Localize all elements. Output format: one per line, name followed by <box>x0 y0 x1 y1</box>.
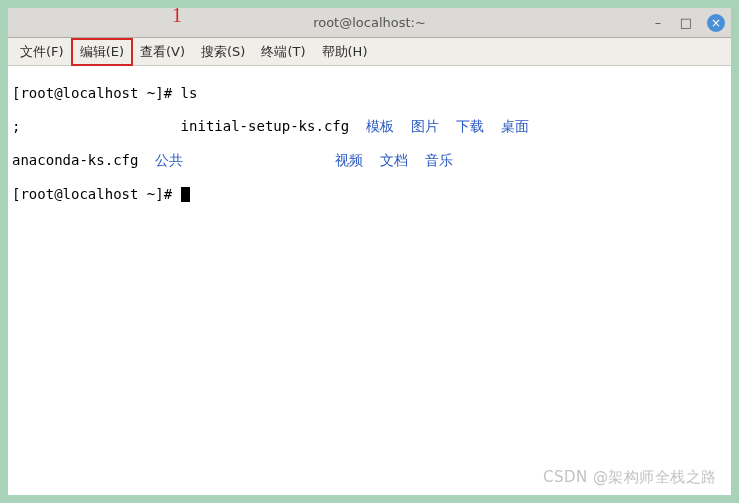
window-title: root@localhost:~ <box>313 15 426 30</box>
window-controls: – □ × <box>651 14 725 32</box>
terminal-output[interactable]: [root@localhost ~]# ls ; initial-setup-k… <box>8 66 731 221</box>
ls-dir: 文档 <box>380 152 408 168</box>
ls-dir: 视频 <box>335 152 363 168</box>
ls-dir: 公共 <box>155 152 183 168</box>
minimize-button[interactable]: – <box>651 16 665 30</box>
ls-dir: 下载 <box>456 118 484 134</box>
menu-terminal[interactable]: 终端(T) <box>253 39 313 65</box>
ls-item: initial-setup-ks.cfg <box>181 118 350 134</box>
window-titlebar: 1 root@localhost:~ – □ × <box>8 8 731 38</box>
ls-item: anaconda-ks.cfg <box>12 152 138 168</box>
menubar: 文件(F) 编辑(E) 查看(V) 搜索(S) 终端(T) 帮助(H) <box>8 38 731 66</box>
prompt: [root@localhost ~]# <box>12 186 181 202</box>
menu-edit[interactable]: 编辑(E) <box>72 39 132 65</box>
command-text: ls <box>181 85 198 101</box>
prompt: [root@localhost ~]# <box>12 85 181 101</box>
annotation-number: 1 <box>172 4 182 27</box>
ls-item: ; <box>12 118 20 134</box>
menu-view[interactable]: 查看(V) <box>132 39 193 65</box>
menu-help[interactable]: 帮助(H) <box>314 39 376 65</box>
ls-dir: 图片 <box>411 118 439 134</box>
ls-dir: 音乐 <box>425 152 453 168</box>
menu-search[interactable]: 搜索(S) <box>193 39 253 65</box>
watermark: CSDN @架构师全栈之路 <box>543 468 717 487</box>
ls-dir: 桌面 <box>501 118 529 134</box>
ls-dir: 模板 <box>366 118 394 134</box>
maximize-button[interactable]: □ <box>679 16 693 30</box>
close-button[interactable]: × <box>707 14 725 32</box>
menu-file[interactable]: 文件(F) <box>12 39 72 65</box>
cursor <box>181 187 190 202</box>
